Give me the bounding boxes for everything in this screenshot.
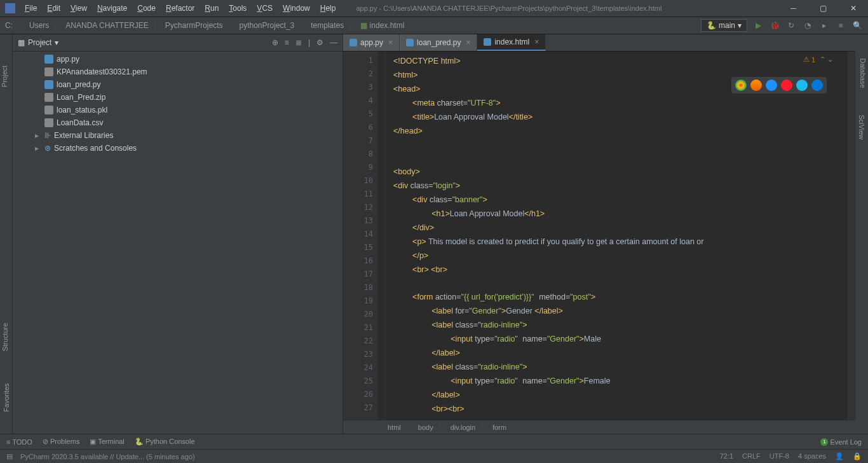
safari-icon[interactable] <box>766 79 777 91</box>
close-button[interactable]: ✕ <box>838 0 868 17</box>
browser-preview-icons <box>731 77 827 93</box>
maximize-button[interactable]: ▢ <box>808 0 838 17</box>
editor-tabs: app.py×loan_pred.py×index.html× <box>343 34 855 52</box>
search-icon[interactable]: 🔍 <box>851 20 863 31</box>
scrollbar[interactable] <box>848 52 855 420</box>
run-config-selector[interactable]: 🐍 main ▾ <box>701 19 747 32</box>
menu-file[interactable]: File <box>20 2 41 15</box>
editor-breadcrumb[interactable]: html〉body〉div.login〉form <box>343 420 855 434</box>
tree-item[interactable]: KPAnandatest030321.pem <box>13 66 342 78</box>
run-button[interactable]: ▶ <box>752 20 764 31</box>
python-console-tool[interactable]: 🐍 Python Console <box>135 438 195 446</box>
down-icon[interactable]: ⌄ <box>827 55 833 64</box>
ie-icon[interactable] <box>796 79 808 91</box>
close-icon[interactable]: × <box>466 38 470 47</box>
folder-icon: ▦ <box>18 38 25 47</box>
cursor-position[interactable]: 72:1 <box>720 452 733 460</box>
up-icon[interactable]: ⌃ <box>820 55 825 64</box>
favorites-tool[interactable]: Favorites <box>3 383 10 411</box>
tab-app-py[interactable]: app.py× <box>343 34 400 51</box>
menu-help[interactable]: Help <box>316 2 341 15</box>
file-icon <box>406 39 414 46</box>
tree-item[interactable]: app.py <box>13 53 342 66</box>
scratches-icon: ⊛ <box>44 144 51 153</box>
menu-window[interactable]: Window <box>278 2 315 15</box>
close-icon[interactable]: × <box>534 38 539 46</box>
editor-bc-item[interactable]: html <box>388 424 401 431</box>
file-icon <box>44 93 53 102</box>
menu-vcs[interactable]: VCS <box>252 2 277 15</box>
close-icon[interactable]: × <box>388 38 393 47</box>
left-toolbar: Project Structure Favorites <box>0 34 13 434</box>
navbar: C:〉Users〉ANANDA CHATTERJEE〉PycharmProjec… <box>0 17 868 34</box>
opera-icon[interactable] <box>781 79 792 91</box>
menu-edit[interactable]: Edit <box>43 2 65 15</box>
tree-item[interactable]: loan_status.pkl <box>13 104 342 116</box>
breadcrumb-item[interactable]: ANANDA CHATTERJEE <box>65 21 148 30</box>
editor-bc-item[interactable]: body <box>418 424 433 431</box>
stop-button[interactable]: ■ <box>835 20 846 31</box>
tab-loan_pred-py[interactable]: loan_pred.py× <box>400 34 477 51</box>
status-message[interactable]: PyCharm 2020.3.5 available // Update... … <box>20 453 195 460</box>
locate-icon[interactable]: ⊕ <box>272 38 278 47</box>
inspection-indicator[interactable]: ⚠ 1 ⌃ ⌄ <box>803 55 833 64</box>
tree-item[interactable]: LoanData.csv <box>13 116 342 129</box>
menu-view[interactable]: View <box>66 2 92 15</box>
encoding[interactable]: UTF-8 <box>770 452 789 460</box>
lock-icon[interactable]: 🔒 <box>853 452 862 460</box>
project-tree[interactable]: app.pyKPAnandatest030321.pemloan_pred.py… <box>13 52 342 156</box>
breadcrumb-item[interactable]: ▦ index.html <box>360 21 404 30</box>
indent[interactable]: 4 spaces <box>798 452 826 460</box>
terminal-tool[interactable]: ▣ Terminal <box>90 438 124 446</box>
todo-tool[interactable]: ≡ TODO <box>6 438 32 446</box>
line-gutter[interactable]: 1234567891011121314151617181920212223242… <box>343 52 378 420</box>
intentions-icon[interactable]: 👤 <box>835 452 844 460</box>
structure-tool[interactable]: Structure <box>1 323 9 352</box>
problems-tool[interactable]: ⊘ Problems <box>43 438 80 446</box>
code-area[interactable]: <!DOCTYPE html> <html> <head> <meta char… <box>386 52 855 420</box>
tree-item[interactable]: loan_pred.py <box>13 78 342 91</box>
warning-icon: ⚠ <box>803 55 810 64</box>
hide-icon[interactable]: — <box>330 38 337 47</box>
minimize-button[interactable]: ─ <box>778 0 808 17</box>
menu-run[interactable]: Run <box>200 2 223 15</box>
chrome-icon[interactable] <box>735 79 747 91</box>
editor-bc-item[interactable]: div.login <box>451 424 476 431</box>
debug-button[interactable]: 🐞 <box>769 20 780 31</box>
breadcrumb-item[interactable]: PycharmProjects <box>165 21 223 30</box>
firefox-icon[interactable] <box>750 79 762 91</box>
edge-icon[interactable] <box>811 79 823 91</box>
tab-index-html[interactable]: index.html× <box>477 34 546 51</box>
profile-button[interactable]: ◔ <box>802 20 813 31</box>
menu-code[interactable]: Code <box>133 2 160 15</box>
breadcrumb-item[interactable]: C: <box>5 21 13 30</box>
tree-item[interactable]: Loan_Pred.zip <box>13 91 342 104</box>
database-tool[interactable]: Database <box>859 58 867 88</box>
editor-bc-item[interactable]: form <box>492 424 506 431</box>
line-ending[interactable]: CRLF <box>742 452 761 460</box>
run-with-coverage-button[interactable]: ↻ <box>785 20 797 31</box>
window-controls: ─ ▢ ✕ <box>778 0 868 17</box>
tree-item[interactable]: ▸⊪ External Libraries <box>13 129 342 142</box>
expand-icon[interactable]: ≡ <box>285 38 289 47</box>
event-log[interactable]: 1 Event Log <box>820 438 862 446</box>
sciview-tool[interactable]: SciView <box>858 115 865 140</box>
project-tool[interactable]: Project <box>1 66 8 87</box>
tree-item[interactable]: ▸⊛ Scratches and Consoles <box>13 142 342 155</box>
menu-refactor[interactable]: Refactor <box>161 2 199 15</box>
breadcrumb-item[interactable]: pythonProject_3 <box>240 21 295 30</box>
project-sidebar: ▦ Project ▾ ⊕ ≡ ≣ | ⚙ — app.pyKPAnandate… <box>13 34 343 434</box>
menu-tools[interactable]: Tools <box>224 2 251 15</box>
attach-button[interactable]: ▸ <box>818 20 830 31</box>
settings-icon[interactable]: ⚙ <box>316 38 323 47</box>
collapse-icon[interactable]: ≣ <box>295 38 302 47</box>
fold-column[interactable] <box>378 52 386 420</box>
breadcrumb-item[interactable]: Users <box>29 21 49 30</box>
menu-navigate[interactable]: Navigate <box>93 2 132 15</box>
breadcrumb[interactable]: C:〉Users〉ANANDA CHATTERJEE〉PycharmProjec… <box>5 20 404 31</box>
project-title[interactable]: ▦ Project ▾ <box>18 38 58 47</box>
editor-body: 1234567891011121314151617181920212223242… <box>343 52 855 420</box>
menubar: FileEditViewNavigateCodeRefactorRunTools… <box>20 2 340 15</box>
hamburger-icon[interactable]: ▤ <box>6 452 13 460</box>
breadcrumb-item[interactable]: templates <box>311 21 344 30</box>
